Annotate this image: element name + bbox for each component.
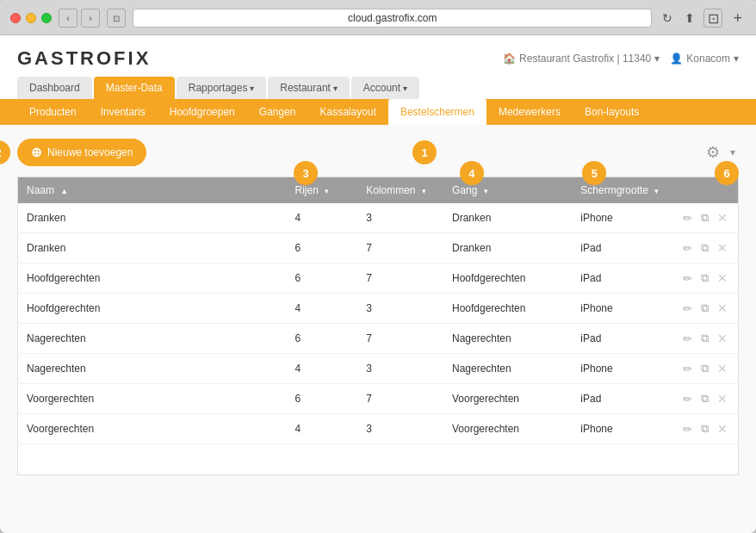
share-button[interactable]: ⬆ <box>681 9 698 27</box>
badge1-area: 1 <box>160 140 689 164</box>
minimize-window-button[interactable] <box>26 13 36 23</box>
table-row: Nagerechten 6 7 Nagerechten iPad ✏ ⧉ ✕ <box>18 324 739 354</box>
subnav-medewerkers[interactable]: Medewerkers <box>486 99 573 125</box>
subnav-producten[interactable]: Producten <box>17 99 89 125</box>
delete-icon[interactable]: ✕ <box>716 360 729 377</box>
edit-icon[interactable]: ✏ <box>681 361 694 377</box>
cell-kolommen: 7 <box>357 384 443 414</box>
delete-icon[interactable]: ✕ <box>716 390 729 407</box>
delete-icon[interactable]: ✕ <box>716 420 729 437</box>
col-naam[interactable]: Naam ▲ <box>18 177 287 204</box>
app-content: GASTROFIX 🏠 Restaurant Gastrofix | 11340… <box>0 35 756 533</box>
cell-naam: Hoofdgerechten <box>18 294 287 324</box>
empty-cell <box>18 444 739 475</box>
col-kolommen[interactable]: Kolommen ▾ <box>357 177 443 204</box>
user-dropdown-icon[interactable]: ▾ <box>734 53 739 65</box>
copy-icon[interactable]: ⧉ <box>699 270 710 287</box>
copy-icon[interactable]: ⧉ <box>699 390 710 407</box>
subnav-bestelschermen[interactable]: Bestelschermen <box>388 99 486 125</box>
col-rijen-label: Rijen <box>295 184 319 196</box>
annotation-area: 1 <box>160 140 689 164</box>
address-bar[interactable]: cloud.gastrofix.com <box>133 9 652 28</box>
annotation-badge-4: 4 <box>460 161 484 185</box>
cell-gang: Voorgerechten <box>443 384 572 414</box>
annotation-overlay-5: 5 <box>582 161 606 185</box>
delete-icon[interactable]: ✕ <box>716 270 729 287</box>
nav-account[interactable]: Account <box>351 77 419 99</box>
restaurant-dropdown-icon[interactable]: ▾ <box>654 53 660 65</box>
edit-icon[interactable]: ✏ <box>681 270 694 287</box>
copy-icon[interactable]: ⧉ <box>699 360 710 377</box>
col-kolommen-label: Kolommen <box>366 184 415 196</box>
add-new-button[interactable]: ⊕ Nieuwe toevoegen <box>17 139 146 166</box>
copy-icon[interactable]: ⧉ <box>699 330 710 347</box>
add-tab-button[interactable]: + <box>729 9 746 28</box>
table-row-empty <box>18 444 739 475</box>
data-table: Naam ▲ Rijen ▾ Kolommen ▾ <box>17 177 739 475</box>
nav-restaurant[interactable]: Restaurant <box>268 77 349 99</box>
annotation-badge-6: 6 <box>715 161 739 185</box>
table-row: Voorgerechten 6 7 Voorgerechten iPad ✏ ⧉… <box>18 384 739 414</box>
cell-naam: Voorgerechten <box>18 414 287 444</box>
edit-icon[interactable]: ✏ <box>681 331 694 347</box>
row-actions: ✏ ⧉ ✕ <box>681 300 729 317</box>
sort-asc-icon: ▲ <box>60 187 68 195</box>
username: Konacom <box>686 53 730 65</box>
edit-icon[interactable]: ✏ <box>681 391 694 407</box>
nav-master-data[interactable]: Master-Data <box>94 77 175 99</box>
edit-icon[interactable]: ✏ <box>681 301 694 317</box>
cell-naam: Dranken <box>18 203 287 233</box>
copy-icon[interactable]: ⧉ <box>699 300 710 317</box>
row-actions: ✏ ⧉ ✕ <box>681 360 729 377</box>
refresh-button[interactable]: ↻ <box>659 9 676 27</box>
table-header-row: Naam ▲ Rijen ▾ Kolommen ▾ <box>18 177 739 204</box>
row-actions: ✏ ⧉ ✕ <box>681 420 729 437</box>
main-content: 2 ⊕ Nieuwe toevoegen 1 ⚙ ▾ <box>0 125 756 533</box>
cell-gang: Nagerechten <box>443 354 572 384</box>
cell-kolommen: 3 <box>357 294 443 324</box>
table-dropdown-button[interactable]: ▾ <box>727 143 739 162</box>
cell-schermgrootte: iPhone <box>572 203 672 233</box>
delete-icon[interactable]: ✕ <box>716 209 729 226</box>
copy-icon[interactable]: ⧉ <box>699 209 710 226</box>
copy-icon[interactable]: ⧉ <box>699 239 710 257</box>
edit-icon[interactable]: ✏ <box>681 210 694 226</box>
subnav-bon-layouts[interactable]: Bon-layouts <box>573 99 651 125</box>
app-header: GASTROFIX 🏠 Restaurant Gastrofix | 11340… <box>0 35 756 77</box>
browser-actions: ↻ ⬆ ⊡ <box>659 9 722 28</box>
cell-rijen: 6 <box>287 324 358 354</box>
user-icon: 👤 <box>670 53 683 65</box>
delete-icon[interactable]: ✕ <box>716 300 729 317</box>
maximize-window-button[interactable] <box>41 13 52 23</box>
cell-kolommen: 3 <box>357 414 443 444</box>
subnav-hoofdgroepen[interactable]: Hoofdgroepen <box>158 99 247 125</box>
traffic-lights <box>10 13 52 23</box>
delete-icon[interactable]: ✕ <box>716 330 729 347</box>
new-tab-button[interactable]: ⊡ <box>703 9 722 28</box>
cell-naam: Dranken <box>18 233 287 263</box>
annotation-badge-1: 1 <box>412 140 437 164</box>
restaurant-name: Restaurant Gastrofix | 11340 <box>519 53 651 65</box>
home-icon: 🏠 <box>503 53 516 65</box>
cell-actions: ✏ ⧉ ✕ <box>672 203 739 233</box>
cell-kolommen: 3 <box>357 203 443 233</box>
cell-schermgrootte: iPhone <box>572 414 672 444</box>
row-actions: ✏ ⧉ ✕ <box>681 330 729 347</box>
subnav-kassalayout[interactable]: Kassalayout <box>308 99 388 125</box>
subnav-inventaris[interactable]: Inventaris <box>89 99 158 125</box>
cell-actions: ✏ ⧉ ✕ <box>672 233 739 263</box>
back-button[interactable]: ‹ <box>59 9 77 28</box>
edit-icon[interactable]: ✏ <box>681 421 694 437</box>
nav-rapportages[interactable]: Rapportages <box>177 77 267 99</box>
delete-icon[interactable]: ✕ <box>716 239 729 257</box>
cell-rijen: 6 <box>287 233 358 263</box>
tab-view-button[interactable]: ⊡ <box>107 9 126 28</box>
nav-dashboard[interactable]: Dashboard <box>17 77 92 99</box>
forward-button[interactable]: › <box>81 9 100 28</box>
subnav-gangen[interactable]: Gangen <box>247 99 308 125</box>
edit-icon[interactable]: ✏ <box>681 240 694 257</box>
close-window-button[interactable] <box>10 13 21 23</box>
cell-kolommen: 7 <box>357 233 443 263</box>
copy-icon[interactable]: ⧉ <box>699 420 710 437</box>
row-actions: ✏ ⧉ ✕ <box>681 239 729 257</box>
